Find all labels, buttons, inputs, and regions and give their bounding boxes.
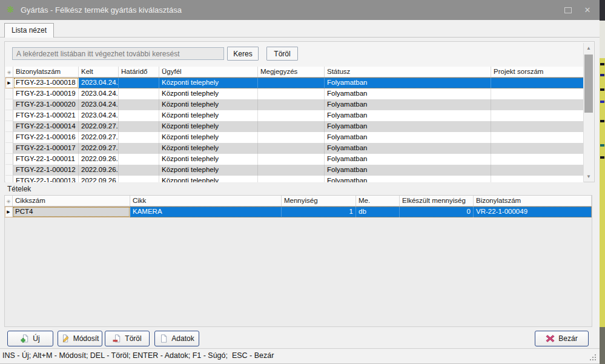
cell-projekt[interactable] (491, 143, 584, 154)
column-header-bizonylatszam[interactable]: Bizonylatszám (13, 67, 79, 77)
cell-bizonylatszam[interactable]: VR-22-1-000049 (474, 207, 592, 217)
row-marker[interactable] (5, 154, 13, 165)
cell-hatarido[interactable] (119, 99, 159, 110)
data-button[interactable]: Adatok (154, 331, 199, 346)
cell-bizonylatszam[interactable]: FTGY-23-1-000021 (13, 110, 79, 121)
row-marker[interactable] (5, 165, 13, 176)
resize-grip[interactable] (590, 354, 597, 360)
scroll-thumb[interactable] (584, 55, 593, 113)
table-row[interactable]: FTGY-23-1-0000202023.04.24.Központi tele… (5, 99, 584, 110)
close-dialog-button[interactable]: Bezár (535, 331, 589, 346)
table-row[interactable]: FTGY-22-1-0000132022.09.26.Központi tele… (5, 176, 584, 182)
cell-hatarido[interactable] (119, 132, 159, 143)
column-header-cikkszam[interactable]: Cikkszám (13, 196, 130, 206)
cell-megjegyzes[interactable] (258, 110, 325, 121)
cell-kelt[interactable]: 2022.09.27. (79, 143, 119, 154)
table-row[interactable]: FTGY-22-1-0000122022.09.26.Központi tele… (5, 165, 584, 176)
column-header-elkeszult[interactable]: Elkészült mennyiség (400, 196, 474, 206)
cell-projekt[interactable] (491, 110, 584, 121)
new-button[interactable]: Új (7, 331, 53, 346)
cell-bizonylatszam[interactable]: FTGY-23-1-000019 (13, 88, 79, 99)
cell-statusz[interactable]: Folyamatban (325, 143, 491, 154)
cell-me[interactable]: db (356, 207, 400, 217)
cell-hatarido[interactable] (119, 154, 159, 165)
cell-statusz[interactable]: Folyamatban (325, 176, 491, 182)
cell-hatarido[interactable] (119, 143, 159, 154)
cell-ugyfel[interactable]: Központi telephely (159, 165, 258, 176)
cell-statusz[interactable]: Folyamatban (325, 154, 491, 165)
cell-projekt[interactable] (491, 78, 584, 88)
table-row[interactable]: FTGY-22-1-0000142022.09.27.Központi tele… (5, 121, 584, 132)
column-header-me[interactable]: Me. (356, 196, 400, 206)
cell-hatarido[interactable] (119, 88, 159, 99)
row-marker[interactable]: ▶ (5, 207, 13, 217)
row-marker[interactable] (5, 176, 13, 182)
titlebar[interactable]: ❋ Gyártás - Félkész termék gyártás kivál… (0, 0, 600, 20)
cell-ugyfel[interactable]: Központi telephely (159, 154, 258, 165)
cell-ugyfel[interactable]: Központi telephely (159, 143, 258, 154)
cell-hatarido[interactable] (119, 176, 159, 182)
column-header-statusz[interactable]: Státusz (325, 67, 491, 77)
column-header-kelt[interactable]: Kelt (79, 67, 119, 77)
cell-bizonylatszam[interactable]: FTGY-22-1-000017 (13, 143, 79, 154)
cell-ugyfel[interactable]: Központi telephely (159, 132, 258, 143)
cell-projekt[interactable] (491, 165, 584, 176)
table-row[interactable]: FTGY-23-1-0000212023.04.24.Központi tele… (5, 110, 584, 121)
cell-statusz[interactable]: Folyamatban (325, 132, 491, 143)
cell-kelt[interactable]: 2023.04.24. (79, 110, 119, 121)
cell-elkeszult[interactable]: 0 (400, 207, 474, 217)
cell-ugyfel[interactable]: Központi telephely (159, 121, 258, 132)
cell-projekt[interactable] (491, 154, 584, 165)
cell-megjegyzes[interactable] (258, 99, 325, 110)
column-header-hatarido[interactable]: Határidő (119, 67, 159, 77)
cell-bizonylatszam[interactable]: FTGY-23-1-000020 (13, 99, 79, 110)
scroll-down-icon[interactable]: ▼ (584, 171, 593, 182)
cell-projekt[interactable] (491, 132, 584, 143)
close-icon[interactable]: ✕ (578, 0, 597, 20)
column-header-cikk[interactable]: Cikk (130, 196, 282, 206)
cell-bizonylatszam[interactable]: FTGY-22-1-000011 (13, 154, 79, 165)
table-row[interactable]: FTGY-23-1-0000192023.04.24.Központi tele… (5, 88, 584, 99)
cell-hatarido[interactable] (119, 121, 159, 132)
row-marker[interactable] (5, 121, 13, 132)
vertical-scrollbar[interactable]: ▲ ▼ (583, 43, 593, 182)
cell-megjegyzes[interactable] (258, 132, 325, 143)
cell-statusz[interactable]: Folyamatban (325, 78, 491, 88)
cell-cikkszam[interactable]: PCT4 (13, 207, 130, 217)
cell-megjegyzes[interactable] (258, 88, 325, 99)
cell-kelt[interactable]: 2023.04.24. (79, 78, 119, 88)
cell-statusz[interactable]: Folyamatban (325, 110, 491, 121)
table-row[interactable]: FTGY-22-1-0000112022.09.26.Központi tele… (5, 154, 584, 165)
cell-megjegyzes[interactable] (258, 121, 325, 132)
cell-bizonylatszam[interactable]: FTGY-22-1-000014 (13, 121, 79, 132)
cell-mennyiseg[interactable]: 1 (282, 207, 356, 217)
column-header-mennyiseg[interactable]: Mennyiség (282, 196, 356, 206)
search-button[interactable]: Keres (227, 47, 259, 61)
search-input[interactable] (12, 47, 224, 60)
cell-megjegyzes[interactable] (258, 176, 325, 182)
cell-cikk[interactable]: KAMERA (130, 207, 282, 217)
cell-ugyfel[interactable]: Központi telephely (159, 176, 258, 182)
cell-projekt[interactable] (491, 99, 584, 110)
cell-statusz[interactable]: Folyamatban (325, 99, 491, 110)
cell-projekt[interactable] (491, 176, 584, 182)
cell-hatarido[interactable] (119, 165, 159, 176)
cell-ugyfel[interactable]: Központi telephely (159, 99, 258, 110)
row-marker[interactable] (5, 99, 13, 110)
cell-hatarido[interactable] (119, 110, 159, 121)
tab-lista-nezet[interactable]: Lista nézet (4, 23, 54, 38)
cell-ugyfel[interactable]: Központi telephely (159, 110, 258, 121)
row-marker[interactable] (5, 132, 13, 143)
delete-button[interactable]: Töröl (105, 331, 150, 346)
maximize-button[interactable] (558, 0, 578, 20)
table-row[interactable]: FTGY-22-1-0000172022.09.27.Központi tele… (5, 143, 584, 154)
column-header-projekt[interactable]: Projekt sorszám (491, 67, 584, 77)
scroll-up-icon[interactable]: ▲ (584, 43, 593, 53)
cell-projekt[interactable] (491, 121, 584, 132)
row-marker[interactable] (5, 88, 13, 99)
column-header-ugyfel[interactable]: Ügyfél (159, 67, 258, 77)
cell-statusz[interactable]: Folyamatban (325, 121, 491, 132)
cell-bizonylatszam[interactable]: FTGY-22-1-000013 (13, 176, 79, 182)
cell-kelt[interactable]: 2022.09.27. (79, 121, 119, 132)
cell-kelt[interactable]: 2023.04.24. (79, 99, 119, 110)
